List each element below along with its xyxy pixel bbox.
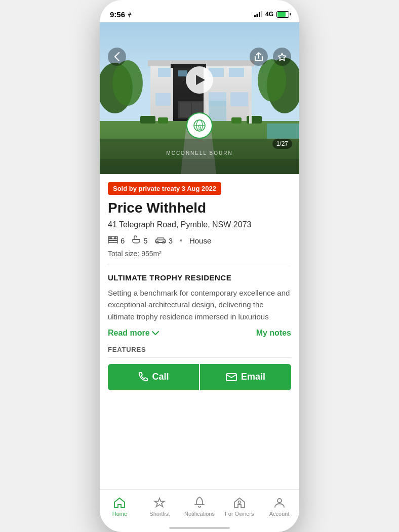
email-icon: [226, 373, 237, 381]
svg-rect-34: [100, 139, 299, 174]
total-size: Total size: 955m²: [108, 250, 291, 258]
svg-rect-32: [249, 101, 252, 124]
svg-rect-2: [259, 12, 260, 17]
nav-label-for-owners: For Owners: [225, 511, 254, 517]
svg-rect-26: [140, 116, 155, 124]
svg-point-52: [238, 501, 241, 504]
agency-name: MCCONNELL BOURN: [166, 150, 232, 156]
call-button[interactable]: Call: [108, 364, 199, 390]
svg-rect-0: [254, 15, 256, 17]
svg-rect-13: [158, 68, 171, 77]
sold-badge: Sold by private treaty 3 Aug 2022: [108, 182, 221, 195]
car-icon: [155, 236, 166, 245]
svg-rect-3: [261, 11, 262, 17]
carspaces-feature: 3: [155, 236, 173, 245]
divider-1: [108, 266, 291, 266]
360-icon: [192, 118, 207, 133]
svg-rect-21: [180, 102, 191, 117]
nav-item-for-owners[interactable]: For Owners: [219, 494, 259, 517]
svg-rect-41: [109, 237, 112, 239]
description-heading: ULTIMATE TROPHY RESIDENCE: [108, 273, 291, 282]
home-icon: [113, 496, 126, 509]
bed-icon: [108, 235, 118, 245]
nav-label-shortlist: Shortlist: [149, 511, 170, 517]
bathrooms-feature: 5: [132, 235, 147, 245]
listing-content: Sold by private treaty 3 Aug 2022 Price …: [100, 174, 299, 406]
svg-rect-17: [155, 93, 171, 106]
features-section-label: FEATURES: [108, 346, 291, 358]
bottom-navigation: Home Shortlist Notifications: [100, 489, 299, 532]
my-notes-label: My notes: [256, 329, 291, 337]
price-title: Price Withheld: [108, 200, 291, 216]
property-type: House: [189, 236, 211, 245]
play-icon: [196, 75, 205, 85]
home-indicator: [169, 527, 230, 529]
battery-icon: [276, 11, 289, 18]
nav-label-home: Home: [112, 511, 127, 517]
360-button[interactable]: [186, 112, 213, 139]
clock: 9:56: [110, 10, 125, 19]
phone-icon: [138, 372, 148, 382]
status-icons: 4G: [254, 11, 289, 18]
email-button[interactable]: Email: [200, 364, 291, 390]
svg-rect-29: [231, 117, 242, 124]
nav-label-notifications: Notifications: [184, 511, 215, 517]
cta-row: Call Email: [108, 358, 291, 396]
nav-item-shortlist[interactable]: Shortlist: [140, 494, 180, 517]
status-bar: 9:56 4G: [100, 0, 299, 22]
read-more-button[interactable]: Read more: [108, 329, 159, 338]
svg-rect-19: [230, 92, 248, 106]
account-icon: [274, 496, 285, 509]
read-more-row: Read more My notes: [108, 329, 291, 338]
bedrooms-feature: 6: [108, 235, 125, 245]
svg-rect-42: [114, 237, 116, 239]
shortlist-icon: [153, 496, 166, 509]
property-features: 6 5: [108, 235, 291, 245]
play-button[interactable]: [186, 66, 213, 94]
back-button[interactable]: [108, 48, 126, 66]
carspaces-count: 3: [169, 236, 173, 245]
address: 41 Telegraph Road, Pymble, NSW 2073: [108, 220, 291, 229]
call-label: Call: [152, 372, 169, 382]
chevron-down-icon: [152, 331, 159, 336]
svg-rect-30: [267, 124, 299, 139]
nav-label-account: Account: [269, 511, 290, 517]
navigation-icon: [127, 11, 132, 18]
bath-icon: [132, 235, 141, 245]
svg-rect-1: [256, 14, 258, 17]
scroll-area[interactable]: 1/27 MCCONNELL BOURN Sold by private tre…: [100, 22, 299, 489]
dot-separator: •: [180, 236, 182, 244]
nav-item-home[interactable]: Home: [100, 494, 140, 517]
nav-item-notifications[interactable]: Notifications: [180, 494, 220, 517]
svg-rect-16: [229, 68, 244, 77]
status-time: 9:56: [110, 10, 132, 19]
network-type: 4G: [265, 11, 273, 18]
bedrooms-count: 6: [121, 236, 125, 245]
share-button[interactable]: [250, 48, 268, 66]
svg-point-38: [200, 127, 201, 128]
nav-item-account[interactable]: Account: [259, 494, 299, 517]
read-more-label: Read more: [108, 329, 150, 338]
hero-image-container: 1/27 MCCONNELL BOURN: [100, 22, 299, 174]
svg-rect-27: [247, 116, 262, 124]
bathrooms-count: 5: [143, 236, 147, 245]
for-owners-icon: [233, 496, 246, 509]
image-counter: 1/27: [272, 139, 292, 149]
svg-point-6: [112, 60, 143, 106]
signal-icon: [254, 11, 262, 17]
svg-rect-40: [108, 240, 117, 241]
svg-rect-28: [158, 117, 168, 124]
email-label: Email: [241, 372, 265, 382]
notifications-icon: [194, 496, 205, 509]
my-notes-button[interactable]: My notes: [256, 329, 291, 338]
description-text: Setting a benchmark for contemporary exc…: [108, 287, 291, 322]
svg-point-53: [277, 499, 282, 503]
save-button[interactable]: [273, 48, 291, 66]
hero-nav: [100, 48, 299, 66]
